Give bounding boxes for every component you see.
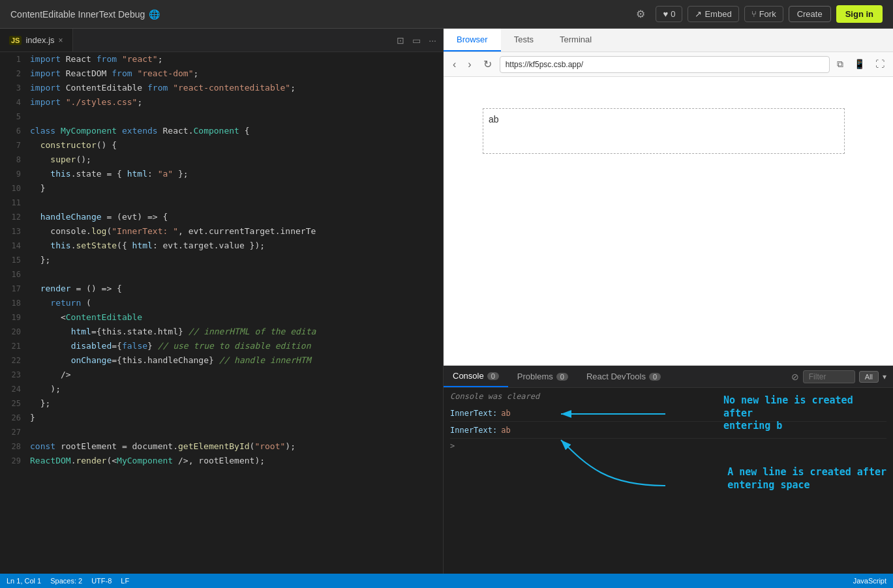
token-kw: false bbox=[122, 341, 147, 351]
token-prop: handleChange bbox=[40, 212, 102, 222]
token-cls: MyComponent bbox=[61, 126, 117, 136]
token-prop: html bbox=[132, 241, 153, 250]
signin-button[interactable]: Sign in bbox=[836, 5, 883, 23]
token-str: "react-dom" bbox=[137, 68, 193, 78]
split-editor-icon[interactable]: ⊡ bbox=[397, 35, 404, 46]
line-code-content: <ContentEditable bbox=[30, 310, 149, 325]
filter-dropdown-button[interactable]: ▾ bbox=[883, 372, 886, 381]
more-options-icon[interactable]: ··· bbox=[429, 35, 436, 46]
token-fn: super bbox=[50, 154, 76, 164]
console-tabs: Console 0 Problems 0 React DevTools 0 ⊘ … bbox=[444, 366, 893, 388]
phone-view-icon[interactable]: 📱 bbox=[851, 57, 868, 72]
fullscreen-icon[interactable]: ⛶ bbox=[872, 57, 888, 72]
line-number: 23 bbox=[0, 368, 30, 382]
token-cls: ReactDOM bbox=[30, 456, 71, 465]
likes-button[interactable]: ♥ 0 bbox=[656, 6, 682, 22]
line-number: 7 bbox=[0, 138, 30, 153]
token-comment: // handle innerHTM bbox=[219, 355, 311, 365]
line-code-content: import "./styles.css"; bbox=[30, 95, 149, 110]
line-code-content: constructor() { bbox=[30, 138, 123, 153]
token-kw: class bbox=[30, 126, 55, 136]
embed-button[interactable]: ↗ Embed bbox=[688, 6, 738, 22]
token-fn: log bbox=[91, 226, 106, 236]
line-code-content: disabled={false} // use true to disable … bbox=[30, 339, 318, 353]
line-code-content: } bbox=[30, 411, 42, 425]
token-str: "InnerText: " bbox=[112, 226, 178, 236]
url-input[interactable] bbox=[500, 56, 830, 73]
line-number: 10 bbox=[0, 181, 30, 196]
line-code-content: class MyComponent extends React.Componen… bbox=[30, 124, 256, 138]
line-code-content: const rootElement = document.getElementB… bbox=[30, 439, 302, 454]
line-code-content: ); bbox=[30, 382, 67, 396]
code-editor[interactable]: 1import React from "react";2import React… bbox=[0, 52, 443, 574]
cancel-filter-icon[interactable]: ⊘ bbox=[791, 372, 799, 382]
code-line-10: 10 } bbox=[0, 181, 443, 196]
code-line-21: 21 disabled={false} // use true to disab… bbox=[0, 339, 443, 353]
close-tab-button[interactable]: × bbox=[59, 36, 63, 45]
browser-action-icons: ⧉ 📱 ⛶ bbox=[834, 57, 888, 72]
token-kw: import bbox=[30, 54, 61, 64]
contenteditable-text: ab bbox=[489, 114, 499, 125]
embed-icon: ↗ bbox=[695, 9, 702, 19]
line-number: 19 bbox=[0, 310, 30, 325]
token-kw: from bbox=[112, 68, 132, 78]
contenteditable-preview[interactable]: ab bbox=[483, 108, 845, 154]
console-row1-label: InnerText: bbox=[450, 409, 497, 418]
token-str: "root" bbox=[254, 441, 285, 451]
line-code-content: this.state = { html: "a" }; bbox=[30, 167, 195, 181]
token-str: "a" bbox=[158, 169, 173, 179]
token-prop: this bbox=[50, 169, 70, 179]
settings-button[interactable]: ⚙ bbox=[631, 5, 650, 23]
tab-problems[interactable]: Problems 0 bbox=[508, 366, 577, 387]
line-code-content: super(); bbox=[30, 153, 98, 167]
open-new-window-icon[interactable]: ⧉ bbox=[834, 57, 847, 72]
line-number: 5 bbox=[0, 110, 30, 124]
tab-console[interactable]: Console 0 bbox=[444, 366, 508, 387]
code-line-20: 20 html={this.state.html} // innerHTML o… bbox=[0, 325, 443, 339]
status-bar-right: JavaScript bbox=[853, 577, 886, 585]
line-number: 17 bbox=[0, 282, 30, 296]
line-number: 16 bbox=[0, 267, 30, 282]
fork-button[interactable]: ⑂ Fork bbox=[744, 6, 783, 22]
code-line-15: 15 }; bbox=[0, 253, 443, 267]
code-line-11: 11 bbox=[0, 196, 443, 210]
back-button[interactable]: ‹ bbox=[449, 57, 460, 72]
tab-tests[interactable]: Tests bbox=[501, 29, 547, 51]
token-fn: getElementById bbox=[178, 441, 250, 451]
tab-index-js[interactable]: JS index.js × bbox=[0, 29, 73, 51]
code-line-24: 24 ); bbox=[0, 382, 443, 396]
forward-button[interactable]: › bbox=[464, 57, 475, 72]
line-code-content: }; bbox=[30, 253, 57, 267]
filter-input[interactable] bbox=[803, 370, 855, 383]
editor-toolbar-icons: ⊡ ▭ ··· bbox=[390, 35, 443, 46]
code-line-8: 8 super(); bbox=[0, 153, 443, 167]
token-kw: import bbox=[30, 83, 61, 93]
create-button[interactable]: Create bbox=[789, 6, 831, 22]
code-line-23: 23 /> bbox=[0, 368, 443, 382]
code-line-19: 19 <ContentEditable bbox=[0, 310, 443, 325]
line-code-content: ReactDOM.render(<MyComponent />, rootEle… bbox=[30, 454, 271, 468]
status-position: Ln 1, Col 1 bbox=[7, 577, 41, 585]
tab-terminal[interactable]: Terminal bbox=[547, 29, 605, 51]
code-line-5: 5 bbox=[0, 110, 443, 124]
filter-all-button[interactable]: All bbox=[859, 371, 879, 383]
tab-browser[interactable]: Browser bbox=[444, 29, 501, 51]
line-number: 18 bbox=[0, 296, 30, 310]
code-line-16: 16 bbox=[0, 267, 443, 282]
token-kw: const bbox=[30, 441, 55, 451]
code-line-9: 9 this.state = { html: "a" }; bbox=[0, 167, 443, 181]
refresh-button[interactable]: ↻ bbox=[479, 56, 496, 72]
console-prompt[interactable]: > bbox=[450, 439, 886, 453]
code-line-14: 14 this.setState({ html: evt.target.valu… bbox=[0, 239, 443, 253]
token-prop: disabled bbox=[71, 341, 112, 351]
console-row-1: InnerText: ab bbox=[450, 405, 886, 422]
token-prop: onChange bbox=[71, 355, 112, 365]
code-line-1: 1import React from "react"; bbox=[0, 52, 443, 66]
tab-react-devtools[interactable]: React DevTools 0 bbox=[577, 366, 670, 387]
console-row2-label: InnerText: bbox=[450, 426, 497, 435]
preview-icon[interactable]: ▭ bbox=[412, 35, 421, 46]
embed-label: Embed bbox=[704, 9, 731, 19]
line-code-content: console.log("InnerText: ", evt.currentTa… bbox=[30, 224, 322, 239]
token-kw: import bbox=[30, 68, 61, 78]
line-number: 26 bbox=[0, 411, 30, 425]
